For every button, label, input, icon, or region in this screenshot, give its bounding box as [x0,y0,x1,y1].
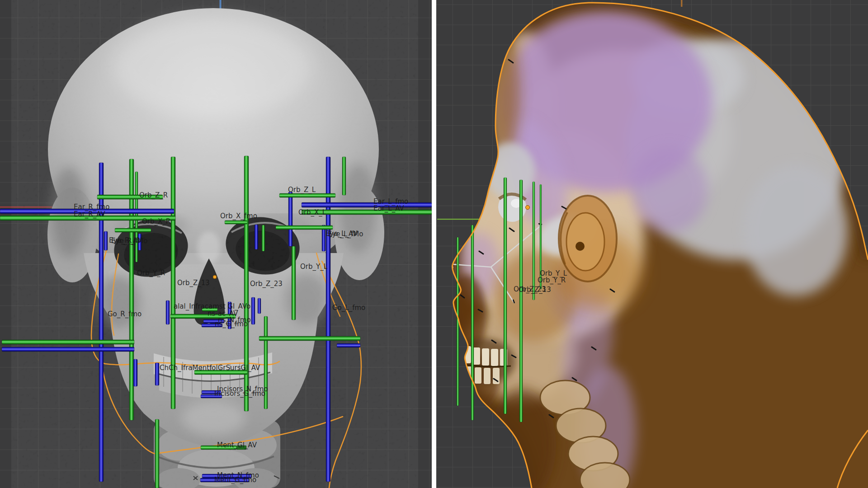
skull-front-model[interactable] [45,7,384,488]
origin-dot[interactable] [213,275,217,279]
viewport-divider[interactable] [432,0,436,488]
viewport-head-side[interactable]: Orb_Y_LOrb_Y_ROrb_Z_23Orb_Z_13 [436,0,868,488]
outline-top-tick [681,0,683,7]
skull-front-render [0,0,432,488]
ear [559,196,617,282]
dual-3d-viewport-window: Orb_Z_REar_R_fmoEar_R_AVOrb_X_ROrb_X_fmo… [0,0,868,488]
viewport-skull-front[interactable]: Orb_Z_REar_R_fmoEar_R_AVOrb_X_ROrb_X_fmo… [0,0,432,488]
head-side-model[interactable] [445,3,868,488]
origin-dot[interactable] [526,206,530,210]
head-side-render [436,0,868,488]
